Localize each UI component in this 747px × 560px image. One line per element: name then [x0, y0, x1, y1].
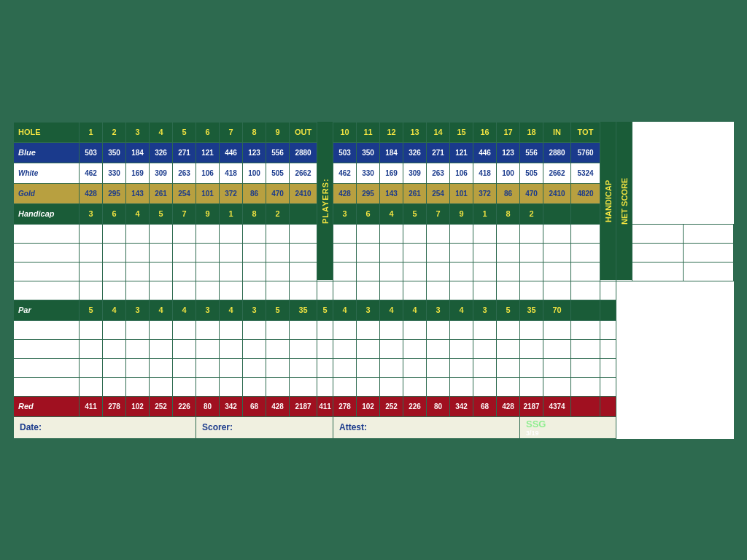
blue-label: Blue: [14, 142, 80, 163]
red-13: 252: [380, 396, 403, 416]
hole-16-header: 16: [473, 122, 497, 142]
red-7: 342: [220, 396, 243, 416]
gold-12: 143: [380, 183, 403, 203]
hole-6-header: 6: [196, 122, 220, 142]
white-9: 505: [266, 163, 290, 183]
hole-15-header: 15: [450, 122, 473, 142]
player-1-label: [14, 224, 80, 243]
scorecard-wrapper: Hole 1 2 3 4 5 6 7 8 9 Out PLAYERS: 10 1…: [5, 114, 742, 447]
blue-1: 503: [80, 142, 103, 163]
par-2: 4: [103, 300, 126, 320]
par-4: 4: [150, 300, 173, 320]
attest-field[interactable]: Attest:: [333, 416, 520, 438]
red-tot: 4374: [543, 396, 571, 416]
handicap-3: 4: [126, 203, 150, 224]
blue-13: 326: [403, 142, 427, 163]
par-in: 35: [520, 300, 543, 320]
handicap-8: 8: [243, 203, 266, 224]
white-5: 263: [173, 163, 196, 183]
player-row-8: [14, 377, 734, 396]
player-row-4: [14, 281, 734, 300]
handicap-13: 5: [403, 203, 427, 224]
blue-10: 503: [333, 142, 357, 163]
gold-6: 101: [196, 183, 220, 203]
white-16: 418: [473, 163, 497, 183]
hole-5-header: 5: [173, 122, 196, 142]
par-16: 4: [450, 300, 473, 320]
footer-row: Date: Scorer: Attest: SSG 3/19: [14, 416, 734, 438]
par-9: 5: [266, 300, 290, 320]
handicap-vertical-label: HANDICAP: [600, 122, 616, 281]
hole-12-header: 12: [380, 122, 403, 142]
blue-3: 184: [126, 142, 150, 163]
handicap-tot: [571, 203, 600, 224]
blue-5: 271: [173, 142, 196, 163]
out-header: Out: [290, 122, 317, 142]
white-2: 330: [103, 163, 126, 183]
red-9: 428: [266, 396, 290, 416]
white-10: 462: [333, 163, 357, 183]
par-15: 3: [427, 300, 450, 320]
scorer-field[interactable]: Scorer:: [196, 416, 333, 438]
players-label: PLAYERS:: [317, 122, 333, 281]
handicap-15: 9: [450, 203, 473, 224]
ssg-text: SSG: [526, 419, 614, 429]
player-4-label: [14, 281, 80, 300]
hole-2-header: 2: [103, 122, 126, 142]
hole-3-header: 3: [126, 122, 150, 142]
handicap-10: 3: [333, 203, 357, 224]
white-18: 505: [520, 163, 543, 183]
par-18: 5: [497, 300, 520, 320]
hole-header: Hole: [14, 122, 80, 142]
hole-7-header: 7: [220, 122, 243, 142]
par-3: 3: [126, 300, 150, 320]
hole-8-header: 8: [243, 122, 266, 142]
par-17: 3: [473, 300, 497, 320]
gold-10: 428: [333, 183, 357, 203]
gold-7: 372: [220, 183, 243, 203]
net-score-vertical-label: NET SCORE: [616, 122, 632, 281]
red-15: 80: [427, 396, 450, 416]
white-17: 100: [497, 163, 520, 183]
par-tot: 70: [543, 300, 571, 320]
red-1: 411: [80, 396, 103, 416]
white-14: 263: [427, 163, 450, 183]
blue-in: 2880: [543, 142, 571, 163]
white-11: 330: [357, 163, 380, 183]
gold-3: 143: [126, 183, 150, 203]
par-11: 4: [333, 300, 357, 320]
player-3-label: [14, 262, 80, 281]
gold-17: 86: [497, 183, 520, 203]
handicap-1: 3: [80, 203, 103, 224]
blue-8: 123: [243, 142, 266, 163]
scorecard: Hole 1 2 3 4 5 6 7 8 9 Out PLAYERS: 10 1…: [11, 120, 736, 441]
in-header: In: [543, 122, 571, 142]
red-4: 252: [150, 396, 173, 416]
white-label: White: [14, 163, 80, 183]
handicap-6: 9: [196, 203, 220, 224]
par-12: 3: [357, 300, 380, 320]
red-in: 2187: [520, 396, 543, 416]
white-tot: 5324: [571, 163, 600, 183]
blue-16: 446: [473, 142, 497, 163]
gold-out: 2410: [290, 183, 317, 203]
white-12: 169: [380, 163, 403, 183]
blue-out: 2880: [290, 142, 317, 163]
red-17: 68: [473, 396, 497, 416]
red-12: 102: [357, 396, 380, 416]
gold-11: 295: [357, 183, 380, 203]
player-row-7: [14, 358, 734, 377]
par-10: 5: [317, 300, 333, 320]
hole-18-header: 18: [520, 122, 543, 142]
white-6: 106: [196, 163, 220, 183]
player-row-5: [14, 320, 734, 339]
red-10: 411: [317, 396, 333, 416]
gold-18: 470: [520, 183, 543, 203]
gold-8: 86: [243, 183, 266, 203]
main-table: Hole 1 2 3 4 5 6 7 8 9 Out PLAYERS: 10 1…: [13, 122, 734, 439]
white-8: 100: [243, 163, 266, 183]
hole-11-header: 11: [357, 122, 380, 142]
date-field[interactable]: Date:: [14, 416, 196, 438]
white-out: 2662: [290, 163, 317, 183]
white-1: 462: [80, 163, 103, 183]
